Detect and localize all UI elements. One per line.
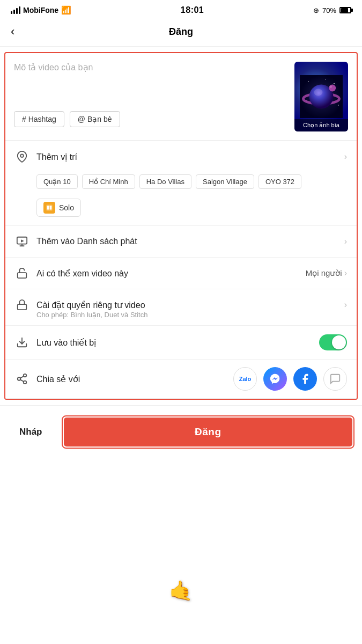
location-tag-saigon[interactable]: Saigon Village	[196, 174, 254, 189]
location-icon	[15, 150, 29, 164]
location-tag-hado[interactable]: Ha Do Villas	[139, 174, 191, 189]
solo-label: Solo	[59, 203, 74, 212]
playlist-row[interactable]: Thêm vào Danh sách phát ›	[5, 226, 357, 257]
svg-point-2	[334, 83, 335, 84]
share-zalo-button[interactable]: Zalo	[233, 367, 257, 391]
status-right: ⊕ 70%	[313, 6, 351, 14]
share-message-button[interactable]	[323, 367, 347, 391]
lock-open-icon	[15, 266, 29, 280]
share-facebook-button[interactable]	[293, 367, 317, 391]
thumbnail-area[interactable]: Chọn ảnh bìa	[294, 62, 348, 131]
who-can-view-label: Ai có thể xem video này	[36, 268, 306, 279]
svg-point-10	[329, 85, 332, 88]
svg-marker-16	[21, 239, 24, 243]
svg-line-23	[20, 379, 24, 382]
main-content-area: Mô tả video của bạn # Hashtag @ Bạn bè	[4, 52, 358, 400]
location-section: Thêm vị trí › Quận 10 Hồ Chí Minh Ha Do …	[5, 141, 357, 226]
status-left: MobiFone 📶	[11, 5, 71, 15]
description-area: Mô tả video của bạn # Hashtag @ Bạn bè	[5, 53, 357, 141]
header: ‹ Đăng	[0, 18, 362, 47]
save-device-label: Lưu vào thiết bị	[36, 338, 319, 348]
location-tag-hcm[interactable]: Hồ Chí Minh	[82, 174, 135, 189]
location-chevron: ›	[344, 152, 347, 162]
battery-icon	[339, 7, 351, 13]
playlist-label: Thêm vào Danh sách phát	[36, 237, 344, 246]
svg-rect-14	[50, 206, 52, 210]
share-section: Chia sẻ với Zalo	[5, 360, 357, 399]
status-bar: MobiFone 📶 18:01 ⊕ 70%	[0, 0, 362, 18]
hashtag-button[interactable]: # Hashtag	[14, 111, 64, 127]
location-tag-quan10[interactable]: Quận 10	[36, 174, 78, 189]
share-label: Chia sẻ với	[36, 374, 233, 384]
location-label: Thêm vị trí	[36, 152, 344, 162]
bottom-bar: Nháp Đăng	[0, 405, 362, 462]
svg-rect-13	[47, 206, 49, 210]
svg-rect-17	[18, 273, 27, 278]
svg-point-4	[338, 105, 339, 106]
solo-badge[interactable]: Solo	[36, 199, 81, 217]
toggle-switch[interactable]	[319, 334, 347, 350]
back-button[interactable]: ‹	[11, 23, 19, 41]
privacy-row[interactable]: Cài đặt quyền riêng tư video ›	[5, 289, 357, 315]
thumbnail-label[interactable]: Chọn ảnh bìa	[294, 119, 348, 131]
share-icon	[15, 372, 29, 386]
finger-pointer-icon: 🤙	[169, 580, 193, 602]
download-icon	[15, 335, 29, 349]
location-tag-oyo[interactable]: OYO 372	[258, 174, 301, 189]
mention-button[interactable]: @ Bạn bè	[70, 111, 120, 127]
playlist-icon	[15, 235, 29, 248]
share-messenger-button[interactable]	[263, 367, 287, 391]
svg-point-5	[325, 79, 326, 79]
location-row[interactable]: Thêm vị trí ›	[5, 141, 357, 172]
playlist-section: Thêm vào Danh sách phát ›	[5, 226, 357, 258]
svg-rect-18	[18, 304, 27, 310]
share-row: Chia sẻ với Zalo	[5, 360, 357, 398]
location-tags: Quận 10 Hồ Chí Minh Ha Do Villas Saigon …	[5, 172, 357, 196]
svg-point-8	[314, 89, 322, 96]
post-button[interactable]: Đăng	[64, 418, 353, 447]
lock-icon	[15, 298, 29, 312]
save-device-section: Lưu vào thiết bị	[5, 326, 357, 360]
save-device-toggle[interactable]	[319, 334, 347, 350]
signal-icon	[11, 6, 20, 14]
carrier-label: MobiFone	[23, 6, 58, 14]
share-apps: Zalo	[233, 367, 347, 391]
svg-point-11	[20, 154, 24, 157]
description-tags: # Hashtag @ Bạn bè	[14, 111, 288, 127]
who-can-view-row[interactable]: Ai có thể xem video này Mọi người ›	[5, 258, 357, 289]
description-placeholder[interactable]: Mô tả video của bạn	[14, 62, 288, 105]
privacy-label: Cài đặt quyền riêng tư video	[36, 300, 344, 310]
privacy-chevron: ›	[344, 300, 347, 310]
save-device-row: Lưu vào thiết bị	[5, 326, 357, 359]
svg-point-9	[329, 85, 336, 92]
battery-percent: 70%	[322, 6, 336, 14]
svg-line-24	[20, 376, 24, 378]
draft-button[interactable]: Nháp	[8, 419, 54, 445]
status-time: 18:01	[181, 5, 204, 15]
planet-svg	[300, 75, 343, 118]
who-can-view-section: Ai có thể xem video này Mọi người ›	[5, 258, 357, 289]
who-can-view-value: Mọi người	[306, 268, 342, 278]
who-can-view-chevron: ›	[344, 268, 347, 278]
page-title: Đăng	[169, 26, 193, 38]
svg-point-1	[308, 81, 309, 82]
playlist-chevron: ›	[344, 237, 347, 246]
solo-section: Solo	[5, 196, 357, 225]
post-button-wrapper: Đăng	[62, 415, 355, 449]
privacy-section: Cài đặt quyền riêng tư video › Cho phép:…	[5, 289, 357, 326]
solo-icon	[43, 202, 55, 214]
description-input-area[interactable]: Mô tả video của bạn # Hashtag @ Bạn bè	[14, 62, 288, 131]
wifi-icon: 📶	[61, 5, 71, 15]
toggle-knob	[332, 335, 346, 349]
location-status-icon: ⊕	[313, 6, 319, 14]
